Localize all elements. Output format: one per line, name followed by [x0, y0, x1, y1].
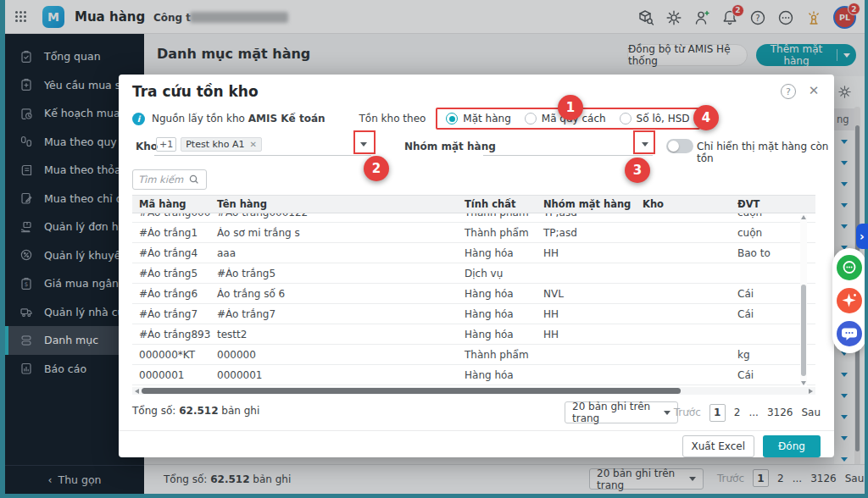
zalo-support-button[interactable]: [837, 255, 862, 280]
scroll-left-icon[interactable]: [135, 389, 139, 394]
close-button[interactable]: Đóng: [763, 435, 821, 457]
modal-per-page-select[interactable]: 20 bản ghi trên trang: [565, 401, 678, 423]
table-cell: #Ao trắng000...: [132, 213, 210, 219]
table-cell: Thành phẩm: [458, 213, 537, 219]
radio-icon: [620, 113, 632, 125]
search-input[interactable]: [138, 174, 186, 185]
table-row[interactable]: #Áo trắng4aaaHàng hóaHHBao to: [132, 243, 815, 263]
table-cell: HH: [537, 308, 636, 320]
table-cell: HH: [537, 247, 636, 259]
side-panel-expand-tab[interactable]: ›: [856, 224, 868, 249]
radio-icon: [446, 113, 458, 125]
table-cell: aaa: [210, 247, 458, 259]
table-row[interactable]: #Ao trắng000...#Ao trắng000122Thành phẩm…: [132, 213, 815, 223]
table-cell: #Ao trắng000122: [210, 213, 458, 219]
table-cell: TP;asd: [537, 213, 636, 219]
annotation-box-2: [353, 130, 376, 154]
table-cell: Dịch vụ: [458, 268, 537, 279]
table-cell: 0000001: [132, 369, 210, 381]
annotation-box-3: [633, 130, 655, 154]
modal-pagination: Trước 1 2 ... 3126 Sau: [674, 401, 821, 423]
search-box: [132, 169, 207, 190]
table-row[interactable]: #Áo trắng6Áo trắng số 6Hàng hóaNVLCái: [132, 284, 815, 304]
vertical-scroll-thumb[interactable]: [801, 285, 806, 376]
item-group-select[interactable]: [483, 134, 653, 156]
table-cell: #Áo trắng6: [132, 288, 210, 300]
table-cell: 0000001: [210, 369, 458, 381]
only-instock-label: Chỉ hiển thị mặt hàng còn tồn: [697, 141, 834, 164]
scroll-up-icon[interactable]: [801, 215, 806, 219]
column-header[interactable]: Nhóm mặt hàng: [537, 198, 636, 210]
warehouse-chip: Ptest kho A1 ✕: [181, 137, 262, 152]
table-row[interactable]: #Áo trắng893...testt2Hàng hóaHH: [132, 324, 815, 345]
window-border-left: [0, 0, 5, 498]
table-cell: Thành phẩm: [458, 227, 537, 239]
scroll-down-icon[interactable]: [801, 381, 806, 385]
annotation-badge-4: 4: [693, 105, 719, 130]
modal-footer-divider: [119, 430, 834, 431]
modal-last-page-button[interactable]: 3126: [767, 407, 793, 418]
table-row[interactable]: #Áo trắng7#Áo trắng7Hàng hóaHHCái: [132, 304, 815, 324]
warehouse-more-chip[interactable]: +1: [156, 137, 176, 152]
floating-support-dock: [832, 248, 866, 353]
modal-total-records: Tổng số: 62.512 bản ghi: [132, 405, 259, 417]
table-cell: testt2: [210, 329, 458, 340]
table-cell: Hàng hóa: [458, 288, 537, 300]
table-cell: 000000: [210, 349, 458, 361]
warehouse-select[interactable]: +1 Ptest kho A1 ✕: [154, 134, 371, 156]
column-header[interactable]: Mã hàng: [132, 198, 210, 210]
table-header: Mã hàngTên hàngTính chấtNhóm mặt hàngKho…: [132, 195, 815, 213]
table-horizontal-scrollbar[interactable]: [132, 387, 815, 395]
stockby-radio[interactable]: Mặt hàng: [446, 113, 510, 125]
ai-assistant-button[interactable]: [837, 288, 862, 313]
table-cell: NVL: [537, 288, 636, 300]
column-header[interactable]: Kho: [636, 198, 731, 210]
chip-remove-icon[interactable]: ✕: [250, 140, 257, 149]
modal-help-icon[interactable]: ?: [781, 84, 796, 99]
table-cell: HH: [537, 329, 636, 340]
chat-support-button[interactable]: [837, 321, 862, 346]
item-group-label: Nhóm mặt hàng: [404, 141, 496, 152]
chevron-down-icon: [664, 411, 670, 415]
modal-close-icon[interactable]: ✕: [805, 82, 822, 99]
column-header[interactable]: Tính chất: [458, 198, 537, 210]
stock-by-label: Tồn kho theo: [359, 113, 426, 125]
only-instock-toggle[interactable]: [666, 139, 693, 153]
scroll-right-icon[interactable]: [809, 389, 813, 394]
table-row[interactable]: 000000*KT000000Thành phẩmkg: [132, 345, 815, 365]
horizontal-scroll-thumb[interactable]: [142, 388, 681, 394]
export-excel-button[interactable]: Xuất Excel: [682, 435, 755, 457]
table-cell: Áo trắng số 6: [210, 288, 458, 300]
table-cell: #Áo trắng7: [210, 308, 458, 320]
inventory-lookup-modal: Tra cứu tồn kho ? ✕ i Nguồn lấy tồn kho …: [119, 75, 834, 457]
annotation-badge-2: 2: [364, 156, 389, 181]
modal-prev-button[interactable]: Trước: [674, 407, 701, 418]
table-row[interactable]: #Áo trắng1Áo sơ mi trắng sThành phẩmTP;a…: [132, 223, 815, 243]
table-cell: Hàng hóa: [458, 329, 537, 340]
modal-title: Tra cứu tồn kho: [132, 83, 259, 100]
table-cell: Hàng hóa: [458, 308, 537, 320]
modal-current-page[interactable]: 1: [709, 404, 726, 422]
table-cell: Áo sơ mi trắng s: [210, 227, 458, 239]
stock-source-text: Nguồn lấy tồn kho AMIS Kế toán: [152, 113, 326, 125]
annotation-badge-3: 3: [625, 158, 650, 183]
info-icon: i: [132, 113, 145, 125]
stockby-radio[interactable]: Số lô, HSD: [620, 113, 690, 125]
modal-next-button[interactable]: Sau: [801, 407, 821, 418]
column-header[interactable]: Tên hàng: [210, 198, 458, 210]
modal-page-2-button[interactable]: 2: [734, 407, 741, 418]
table-cell: #Áo trắng4: [132, 247, 210, 259]
window-border-bottom: [0, 494, 868, 498]
table-cell: TP;asd: [537, 227, 636, 239]
radio-icon: [525, 113, 537, 125]
column-header[interactable]: ĐVT: [731, 198, 815, 210]
table-vertical-scrollbar[interactable]: [800, 215, 807, 385]
table-cell: #Áo trắng5: [132, 268, 210, 279]
table-body: #Ao trắng000...#Ao trắng000122Thành phẩm…: [132, 213, 815, 386]
table-cell: 000000*KT: [132, 349, 210, 361]
table-row[interactable]: 00000010000001Hàng hóaCái: [132, 365, 815, 385]
table-cell: #Áo trắng1: [132, 227, 210, 239]
search-icon: [189, 174, 199, 185]
table-row[interactable]: #Áo trắng5#Áo trắng5Dịch vụ: [132, 263, 815, 284]
table-cell: #Áo trắng7: [132, 308, 210, 320]
